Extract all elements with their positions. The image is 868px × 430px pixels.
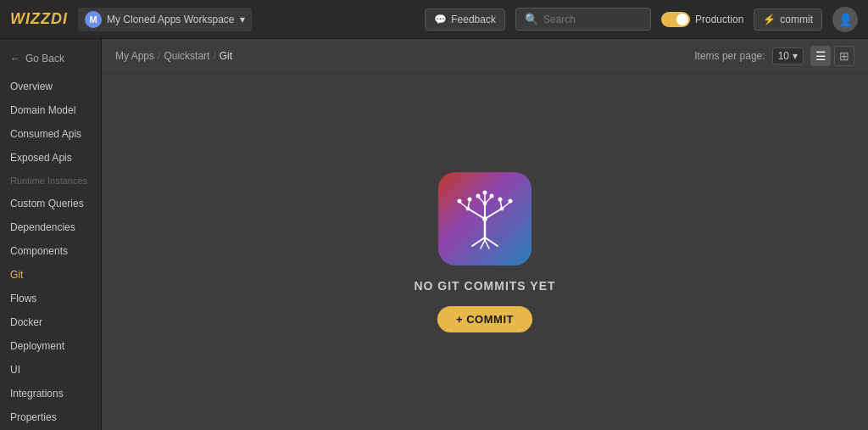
commit-button[interactable]: ⚡ commit: [754, 8, 822, 31]
workspace-selector[interactable]: M My Cloned Apps Workspace ▾: [78, 8, 252, 31]
svg-point-20: [490, 193, 494, 198]
view-toggle: ☰ ⊞: [810, 46, 854, 66]
svg-line-5: [468, 209, 485, 219]
sidebar-item-integrations[interactable]: Integrations: [0, 382, 101, 405]
list-icon: ☰: [815, 49, 826, 63]
breadcrumb-sep-2: /: [213, 50, 215, 62]
svg-point-24: [500, 206, 504, 210]
sidebar-item-git[interactable]: Git: [0, 263, 101, 287]
sidebar-item-properties[interactable]: Properties: [0, 405, 101, 429]
sidebar-item-components[interactable]: Components: [0, 239, 101, 263]
sidebar-item-overview[interactable]: Overview: [0, 75, 101, 98]
no-commits-text: NO GIT COMMITS YET: [414, 279, 555, 293]
lightning-icon: ⚡: [763, 14, 776, 25]
arrow-left-icon: ←: [10, 53, 20, 64]
sidebar-item-exposed-apis[interactable]: Exposed Apis: [0, 146, 101, 170]
content: My Apps / Quickstart / Git Items per pag…: [102, 39, 868, 430]
sidebar-item-dependencies[interactable]: Dependencies: [0, 215, 101, 239]
svg-point-18: [498, 197, 503, 201]
per-page-chevron-icon: ▾: [793, 50, 798, 62]
sidebar-item-docker[interactable]: Docker: [0, 310, 101, 334]
git-image: [438, 172, 531, 265]
items-per-page-label: Items per page:: [694, 50, 765, 62]
svg-point-21: [483, 190, 487, 194]
breadcrumb-current: Git: [220, 50, 232, 62]
svg-point-22: [482, 216, 487, 221]
content-area: NO GIT COMMITS YET + COMMIT: [102, 74, 868, 430]
sidebar-item-consumed-apis[interactable]: Consumed Apis: [0, 122, 101, 146]
breadcrumb: My Apps / Quickstart / Git: [115, 50, 232, 62]
svg-point-23: [466, 206, 470, 210]
sidebar-item-flows[interactable]: Flows: [0, 287, 101, 310]
production-label: Production: [695, 14, 743, 25]
toggle-switch[interactable]: [661, 12, 690, 27]
sidebar-item-runtime-instances: Runtime Instances: [0, 170, 101, 192]
feedback-label: Feedback: [451, 14, 496, 25]
feedback-icon: 💬: [434, 14, 447, 25]
go-back-label: Go Back: [25, 53, 64, 64]
breadcrumb-my-apps[interactable]: My Apps: [115, 50, 154, 62]
list-view-button[interactable]: ☰: [810, 46, 831, 66]
search-box[interactable]: 🔍: [515, 8, 651, 31]
svg-line-3: [481, 240, 485, 249]
feedback-button[interactable]: 💬 Feedback: [425, 8, 505, 31]
main-layout: ← Go Back Overview Domain Model Consumed…: [0, 39, 868, 430]
per-page-value: 10: [778, 50, 789, 62]
commit-action-button[interactable]: + COMMIT: [437, 306, 532, 332]
go-back-button[interactable]: ← Go Back: [0, 46, 101, 71]
workspace-avatar: M: [85, 11, 102, 28]
logo: WIZZDI: [10, 10, 68, 28]
grid-view-button[interactable]: ⊞: [834, 46, 854, 66]
svg-line-4: [485, 240, 489, 249]
workspace-chevron-icon: ▾: [240, 14, 245, 25]
grid-icon: ⊞: [839, 49, 849, 63]
breadcrumb-quickstart[interactable]: Quickstart: [164, 50, 209, 62]
svg-line-6: [485, 209, 502, 219]
sidebar-item-domain-model[interactable]: Domain Model: [0, 98, 101, 122]
workspace-name: My Cloned Apps Workspace: [107, 14, 235, 25]
sidebar-item-ui[interactable]: UI: [0, 358, 101, 382]
svg-point-17: [509, 198, 513, 203]
breadcrumb-sep-1: /: [158, 50, 160, 62]
git-tree-svg: [451, 185, 519, 253]
sidebar: ← Go Back Overview Domain Model Consumed…: [0, 39, 102, 430]
svg-point-25: [483, 201, 487, 205]
per-page-select[interactable]: 10 ▾: [772, 47, 804, 64]
sidebar-item-custom-queries[interactable]: Custom Queries: [0, 192, 101, 215]
header: WIZZDI M My Cloned Apps Workspace ▾ 💬 Fe…: [0, 0, 868, 39]
production-toggle: Production: [661, 12, 743, 27]
user-icon: 👤: [838, 13, 853, 26]
breadcrumb-bar: My Apps / Quickstart / Git Items per pag…: [102, 39, 868, 74]
pagination-controls: Items per page: 10 ▾ ☰ ⊞: [694, 46, 854, 66]
search-input[interactable]: [543, 14, 642, 25]
user-avatar-button[interactable]: 👤: [832, 7, 858, 32]
search-icon: 🔍: [525, 13, 538, 25]
svg-point-15: [458, 198, 462, 203]
svg-point-16: [468, 197, 472, 201]
svg-point-19: [476, 193, 481, 198]
sidebar-item-deployment[interactable]: Deployment: [0, 334, 101, 358]
commit-label: commit: [780, 14, 813, 25]
